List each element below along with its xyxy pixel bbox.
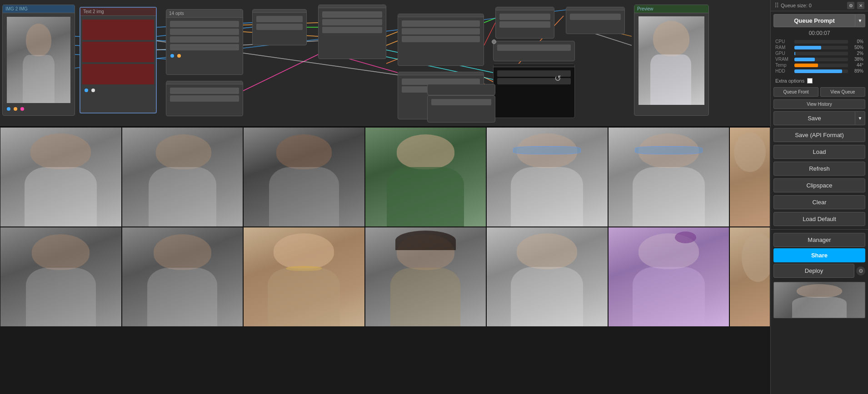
svg-line-15 — [386, 59, 398, 64]
node-far-upper-1[interactable] — [398, 14, 484, 66]
opts-bar-3 — [170, 36, 239, 43]
gallery-cell-beige[interactable] — [243, 227, 365, 327]
stats-section: CPU 0% RAM 50% GPU 2% VRAM 38% — [771, 37, 868, 76]
save-button[interactable]: Save — [773, 111, 855, 125]
node-right-extra-2[interactable] — [427, 84, 495, 95]
node-right-extra-1[interactable] — [427, 95, 495, 123]
gallery-cell-partial-2[interactable] — [729, 227, 770, 327]
node-img2img-title: IMG 2 IMG — [3, 5, 75, 13]
refresh-button[interactable]: Refresh — [773, 162, 865, 176]
save-button-row: Save ▼ — [773, 111, 865, 125]
text-input-box-3[interactable] — [82, 64, 154, 84]
text-input-box-2[interactable] — [82, 42, 154, 62]
opts-bar-4 — [170, 44, 239, 50]
share-button[interactable]: Share — [773, 248, 865, 262]
node-dot-1 — [492, 39, 496, 44]
cpu-value: 0% — [850, 39, 863, 44]
preview-silhouette — [7, 17, 70, 103]
node-preview-canvas[interactable]: Preview — [634, 5, 709, 116]
connector-dot — [177, 54, 181, 58]
svg-line-12 — [484, 18, 495, 23]
node-mid-right-1[interactable] — [252, 9, 307, 45]
node-center-body — [319, 8, 386, 36]
view-history-button[interactable]: View History — [773, 99, 865, 109]
node-14opts[interactable]: 14 opts — [166, 9, 243, 75]
vram-value: 38% — [850, 57, 863, 62]
opts-bar-1 — [170, 21, 239, 27]
gallery-row-1 — [0, 127, 770, 227]
bar — [170, 88, 239, 94]
hdd-bar — [794, 69, 842, 73]
gallery-cell[interactable] — [486, 127, 608, 227]
gallery-cell[interactable] — [122, 227, 244, 327]
drag-handle-icon: ⠿ — [774, 2, 779, 9]
gallery-cell[interactable] — [0, 227, 122, 327]
gallery-cell[interactable] — [0, 127, 122, 227]
view-queue-button[interactable]: View Queue — [820, 87, 865, 97]
node-mid-right-1-body — [253, 13, 306, 33]
svg-line-16 — [484, 77, 493, 82]
node-text2img-title: Text 2 img — [80, 8, 156, 16]
right-sidebar: ⠿ Queue size: 0 ⚙ ✕ Queue Prompt ▼ 00:00… — [770, 0, 868, 394]
gallery-cell[interactable] — [122, 127, 244, 227]
queue-prompt-button[interactable]: Queue Prompt — [773, 14, 855, 27]
deploy-button[interactable]: Deploy — [773, 264, 854, 278]
save-dropdown-button[interactable]: ▼ — [855, 111, 865, 125]
node-lower-left-title — [166, 81, 243, 84]
save-api-format-button[interactable]: Save (API Format) — [773, 128, 865, 142]
queue-front-button[interactable]: Queue Front — [773, 87, 818, 97]
clipspace-button[interactable]: Clipspace — [773, 178, 865, 192]
node-top-right-1-body — [496, 10, 554, 31]
bar — [431, 99, 491, 105]
clear-button[interactable]: Clear — [773, 195, 865, 209]
svg-line-8 — [386, 41, 398, 45]
gallery-cell[interactable] — [486, 227, 608, 327]
hdd-stat-row: HDD 89% — [775, 69, 863, 74]
vram-label: VRAM — [775, 57, 793, 62]
gallery-cell-lavender[interactable] — [608, 227, 730, 327]
node-lower-left[interactable] — [166, 81, 243, 116]
node-center[interactable] — [318, 5, 386, 59]
gallery-cell[interactable] — [365, 227, 487, 327]
text-input-box-1[interactable] — [82, 20, 154, 40]
cpu-bar-container — [794, 40, 848, 44]
bar — [570, 14, 621, 20]
node-body — [428, 84, 495, 88]
load-button[interactable]: Load — [773, 145, 865, 159]
gallery-cell-partial[interactable] — [729, 127, 770, 227]
node-mid2[interactable] — [493, 41, 575, 61]
temp-bar-container — [794, 64, 848, 67]
connector-dot — [91, 89, 95, 92]
load-default-button[interactable]: Load Default — [773, 212, 865, 226]
bar — [322, 11, 382, 18]
manager-button[interactable]: Manager — [773, 233, 865, 247]
close-icon[interactable]: ✕ — [857, 2, 864, 9]
hdd-bar-container — [794, 69, 848, 73]
connector-dot — [85, 89, 88, 92]
node-dark-center[interactable] — [493, 64, 575, 118]
ram-bar-container — [794, 46, 848, 49]
temp-label: Temp — [775, 63, 793, 68]
settings-icon[interactable]: ⚙ — [847, 2, 854, 9]
manager-section: Manager Share Deploy ⚙ — [771, 229, 868, 279]
node-top-right-2[interactable] — [566, 7, 625, 34]
bar — [322, 19, 382, 25]
gallery-cell[interactable] — [243, 127, 365, 227]
extra-options-checkbox[interactable] — [807, 78, 813, 84]
node-top-right-2-title — [566, 7, 624, 10]
gpu-bar — [794, 52, 795, 55]
deploy-gear-icon[interactable]: ⚙ — [856, 266, 865, 276]
bar — [402, 36, 480, 42]
queue-prompt-arrow-button[interactable]: ▼ — [855, 14, 865, 27]
bar — [256, 16, 303, 22]
hdd-label: HDD — [775, 69, 793, 74]
node-img2img[interactable]: IMG 2 IMG — [2, 5, 75, 116]
node-editor[interactable]: IMG 2 IMG — [0, 0, 770, 127]
gallery-cell[interactable] — [608, 127, 730, 227]
rotate-icon[interactable]: ↺ — [554, 74, 561, 84]
node-top-right-1[interactable] — [495, 7, 554, 39]
node-text2img[interactable]: Text 2 img — [80, 7, 157, 113]
node-dark-center-title — [494, 64, 574, 67]
connector-dot — [14, 107, 17, 111]
gallery-cell-green[interactable] — [365, 127, 487, 227]
